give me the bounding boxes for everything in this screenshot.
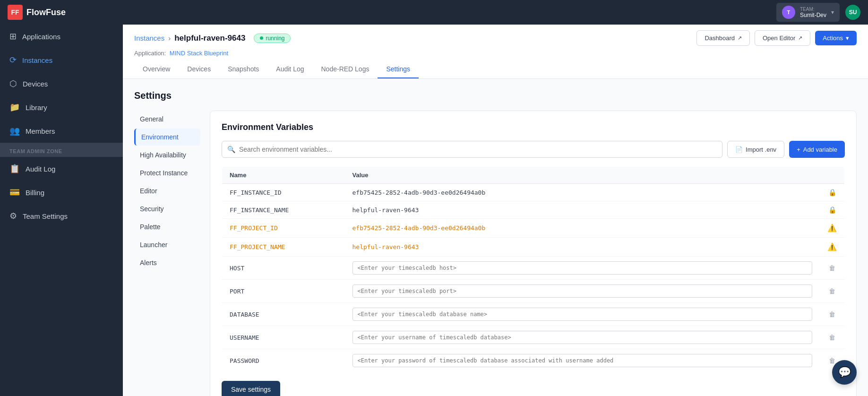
- application-link[interactable]: MIND Stack Blueprint: [170, 50, 228, 57]
- sidebar-item-label: Billing: [26, 189, 44, 197]
- table-row: DATABASE🗑: [222, 303, 845, 326]
- sidebar-item-label: Applications: [22, 33, 60, 41]
- tab-snapshots[interactable]: Snapshots: [219, 60, 267, 78]
- settings-nav-alerts[interactable]: Alerts: [134, 254, 200, 271]
- env-var-name: FF_INSTANCE_ID: [222, 184, 345, 201]
- audit-log-icon: 📋: [9, 164, 20, 174]
- env-var-input[interactable]: [352, 354, 813, 367]
- chat-icon: 💬: [838, 366, 851, 379]
- actions-button[interactable]: Actions ▾: [815, 31, 857, 45]
- user-avatar[interactable]: SU: [845, 5, 860, 20]
- env-var-name: FF_PROJECT_NAME: [222, 238, 345, 257]
- env-var-action[interactable]: 🗑: [820, 326, 845, 349]
- team-info: TEAM: Sumit-Dev: [800, 7, 826, 18]
- table-row: FF_PROJECT_IDefb75425-2852-4adb-90d3-ee0…: [222, 219, 845, 238]
- table-row: PASSWORD🗑: [222, 349, 845, 372]
- sidebar-item-team-settings[interactable]: ⚙ Team Settings: [0, 204, 123, 228]
- breadcrumb-instances-link[interactable]: Instances: [134, 34, 164, 42]
- table-row: PORT🗑: [222, 280, 845, 303]
- settings-nav-editor[interactable]: Editor: [134, 182, 200, 199]
- tab-overview[interactable]: Overview: [134, 60, 179, 78]
- env-var-value[interactable]: [345, 257, 820, 280]
- col-action: [820, 167, 845, 184]
- delete-icon[interactable]: 🗑: [829, 334, 835, 341]
- sidebar-item-billing[interactable]: 💳 Billing: [0, 181, 123, 204]
- tab-node-red-logs[interactable]: Node-RED Logs: [313, 60, 378, 78]
- env-var-input[interactable]: [352, 261, 813, 275]
- env-var-action[interactable]: 🗑: [820, 303, 845, 326]
- env-var-action[interactable]: 🗑: [820, 257, 845, 280]
- add-variable-button[interactable]: + Add variable: [789, 141, 845, 158]
- sidebar-item-label: Team Settings: [23, 212, 68, 220]
- env-var-name: DATABASE: [222, 303, 345, 326]
- sidebar-item-devices[interactable]: ⬡ Devices: [0, 72, 123, 95]
- team-admin-zone-label: Team Admin Zone: [0, 143, 123, 157]
- delete-icon[interactable]: 🗑: [829, 357, 835, 364]
- env-var-value[interactable]: [345, 326, 820, 349]
- status-badge: running: [254, 34, 291, 43]
- env-var-value: helpful-raven-9643: [345, 238, 820, 257]
- env-var-name: PASSWORD: [222, 349, 345, 372]
- env-var-action[interactable]: 🔒: [820, 184, 845, 201]
- env-var-name: FF_INSTANCE_NAME: [222, 201, 345, 219]
- sidebar-item-label: Instances: [22, 56, 52, 64]
- tab-audit-log[interactable]: Audit Log: [267, 60, 312, 78]
- env-var-action[interactable]: ⚠️: [820, 238, 845, 257]
- status-dot: [260, 36, 263, 40]
- env-var-value[interactable]: [345, 349, 820, 372]
- open-editor-button[interactable]: Open Editor ↗: [755, 30, 810, 46]
- env-var-action[interactable]: 🗑: [820, 280, 845, 303]
- delete-icon[interactable]: 🗑: [829, 264, 835, 272]
- sidebar-item-library[interactable]: 📁 Library: [0, 95, 123, 119]
- tab-devices[interactable]: Devices: [179, 60, 219, 78]
- team-selector[interactable]: T TEAM: Sumit-Dev ▾: [776, 3, 840, 22]
- env-var-value[interactable]: [345, 280, 820, 303]
- delete-icon[interactable]: 🗑: [829, 287, 835, 295]
- env-var-name: USERNAME: [222, 326, 345, 349]
- search-wrapper: 🔍: [222, 141, 722, 158]
- team-name: Sumit-Dev: [800, 12, 826, 18]
- sidebar-item-audit-log[interactable]: 📋 Audit Log: [0, 157, 123, 181]
- sidebar: ⊞ Applications ⟳ Instances ⬡ Devices 📁 L…: [0, 25, 123, 396]
- sidebar-item-applications[interactable]: ⊞ Applications: [0, 25, 123, 48]
- plus-icon: +: [797, 146, 800, 153]
- env-var-input[interactable]: [352, 308, 813, 321]
- env-var-action[interactable]: ⚠️: [820, 219, 845, 238]
- settings-nav-palette[interactable]: Palette: [134, 218, 200, 235]
- delete-icon[interactable]: 🗑: [829, 310, 835, 318]
- env-search-input[interactable]: [222, 141, 722, 158]
- settings-nav-security[interactable]: Security: [134, 200, 200, 217]
- breadcrumb-section: Instances › helpful-raven-9643 running: [134, 34, 291, 43]
- settings-nav-high-availability[interactable]: High Availability: [134, 146, 200, 164]
- sidebar-item-members[interactable]: 👥 Members: [0, 119, 123, 143]
- top-nav: FF FlowFuse T TEAM: Sumit-Dev ▾ SU: [0, 0, 868, 25]
- save-settings-button[interactable]: Save settings: [222, 381, 280, 396]
- env-table: Name Value FF_INSTANCE_IDefb75425-2852-4…: [222, 166, 845, 372]
- dashboard-button[interactable]: Dashboard ↗: [696, 30, 750, 46]
- tabs-row: Overview Devices Snapshots Audit Log Nod…: [134, 60, 857, 78]
- settings-nav-general[interactable]: General: [134, 111, 200, 128]
- env-var-name: FF_PROJECT_ID: [222, 219, 345, 238]
- tab-settings[interactable]: Settings: [378, 60, 419, 78]
- env-var-value[interactable]: [345, 303, 820, 326]
- sidebar-item-label: Members: [26, 127, 55, 135]
- env-var-action[interactable]: 🔒: [820, 201, 845, 219]
- settings-nav-environment[interactable]: Environment: [134, 129, 200, 146]
- env-var-input[interactable]: [352, 331, 813, 344]
- settings-nav-launcher[interactable]: Launcher: [134, 236, 200, 253]
- env-var-value: efb75425-2852-4adb-90d3-ee0d26494a0b: [345, 184, 820, 201]
- col-value: Value: [345, 167, 820, 184]
- import-env-button[interactable]: 📄 Import .env: [727, 141, 784, 158]
- settings-sidebar-nav: General Environment High Availability Pr…: [134, 111, 200, 396]
- members-icon: 👥: [9, 126, 20, 136]
- grid-icon: ⊞: [9, 31, 17, 42]
- sidebar-item-label: Library: [26, 103, 47, 112]
- warning-icon: ⚠️: [827, 243, 837, 251]
- env-var-input[interactable]: [352, 284, 813, 298]
- instances-icon: ⟳: [9, 55, 17, 65]
- library-icon: 📁: [9, 102, 20, 112]
- sidebar-item-label: Audit Log: [26, 165, 55, 173]
- settings-nav-protect-instance[interactable]: Protect Instance: [134, 164, 200, 181]
- chat-button[interactable]: 💬: [832, 360, 857, 385]
- sidebar-item-instances[interactable]: ⟳ Instances: [0, 48, 123, 72]
